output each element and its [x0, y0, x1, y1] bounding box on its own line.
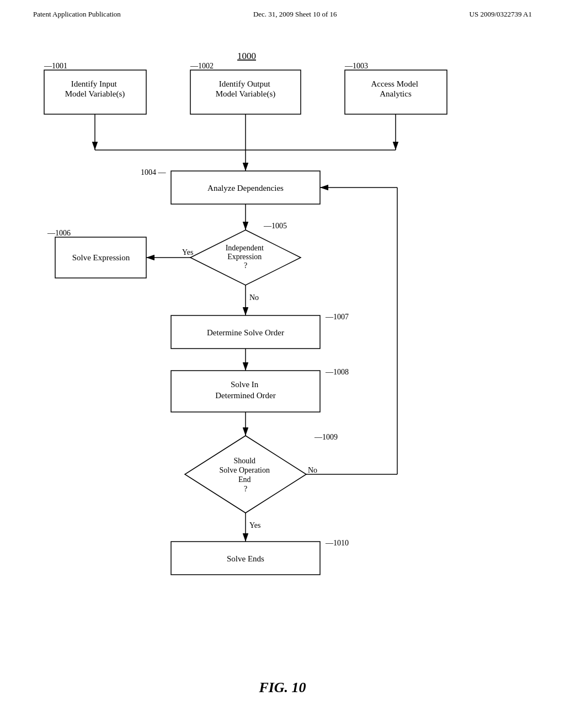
label-no-1005: No	[249, 293, 259, 302]
node-1002-number: —1002	[190, 62, 214, 70]
node-1007-number: —1007	[325, 313, 349, 321]
label-yes-1005: Yes	[182, 248, 193, 256]
patent-header: Patent Application Publication Dec. 31, …	[0, 0, 565, 23]
figure-label: FIG. 10	[0, 679, 565, 707]
header-center: Dec. 31, 2009 Sheet 10 of 16	[253, 10, 337, 19]
node-1009-diamond	[185, 436, 306, 513]
node-1002-label: Identify Output Model Variable(s)	[216, 79, 275, 99]
diagram-title-number: 1000	[237, 51, 256, 61]
header-right: US 2009/0322739 A1	[470, 10, 532, 19]
label-yes-1009: Yes	[249, 521, 260, 529]
node-1005-number: —1005	[263, 222, 287, 230]
node-1004-number: 1004 —	[141, 168, 167, 176]
node-1001-number: —1001	[44, 62, 67, 70]
node-1010-label: Solve Ends	[227, 554, 264, 563]
flowchart-svg: 1000 Identify Input Model Variable(s) —1…	[0, 29, 565, 679]
diagram-container: 1000 Identify Input Model Variable(s) —1…	[0, 29, 565, 679]
node-1010-number: —1010	[325, 539, 349, 547]
node-1007-label: Determine Solve Order	[207, 328, 284, 337]
node-1009-number: —1009	[314, 433, 338, 441]
node-1008-number: —1008	[325, 368, 349, 376]
node-1004-label: Analyze Dependencies	[207, 184, 284, 192]
node-1006-number: —1006	[47, 229, 71, 237]
node-1001-label: Identify Input Model Variable(s)	[65, 79, 125, 99]
node-1006-label: Solve Expression	[72, 253, 130, 262]
node-1003-number: —1003	[344, 62, 368, 70]
header-left: Patent Application Publication	[33, 10, 121, 19]
label-no-1009: No	[308, 466, 317, 474]
